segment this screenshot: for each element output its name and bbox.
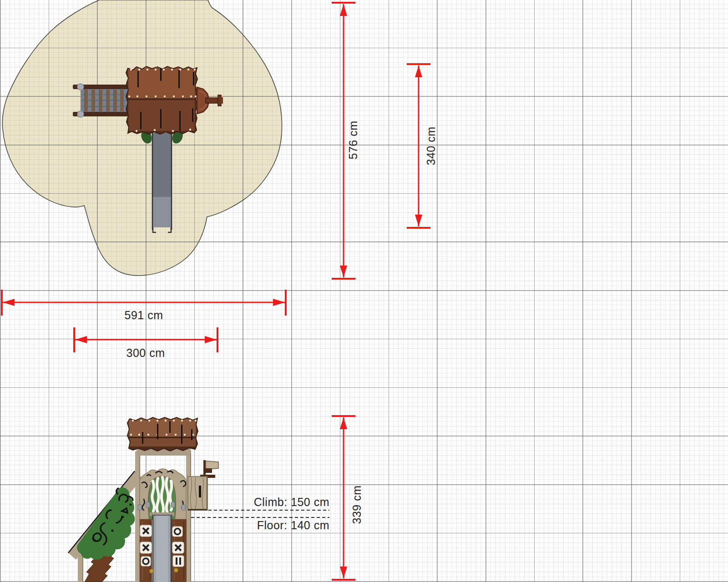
dim-height-576	[332, 3, 355, 279]
drawing-canvas: 591 cm 300 cm 576 cm 340 cm 339 cm Climb…	[0, 0, 728, 582]
dim-width-591	[2, 290, 286, 316]
dim-height-339	[332, 416, 355, 580]
dim-height-340	[407, 64, 430, 228]
dim-width-300	[74, 327, 217, 352]
